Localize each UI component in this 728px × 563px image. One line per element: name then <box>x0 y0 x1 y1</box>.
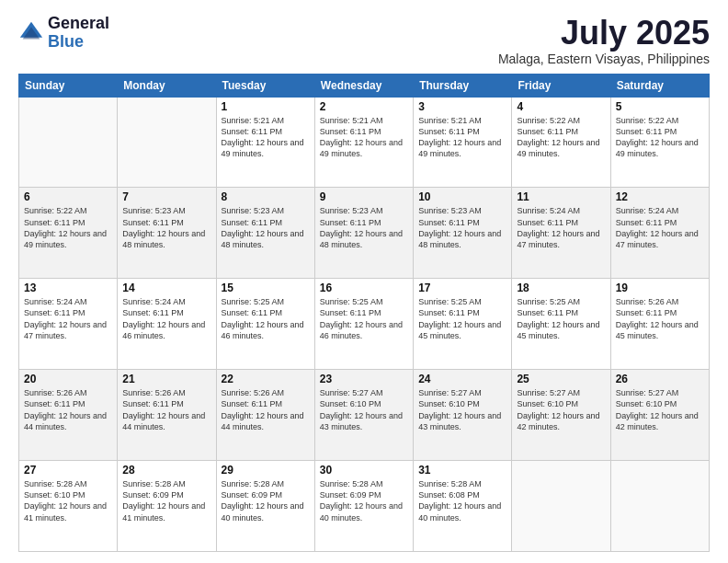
day-cell <box>118 97 216 188</box>
day-number: 22 <box>222 373 310 385</box>
day-number: 24 <box>418 373 506 385</box>
col-header-tuesday: Tuesday <box>216 74 314 97</box>
day-info: Sunrise: 5:26 AMSunset: 6:11 PMDaylight:… <box>122 387 210 432</box>
day-info: Sunrise: 5:27 AMSunset: 6:10 PMDaylight:… <box>418 387 506 432</box>
day-number: 29 <box>222 464 310 477</box>
day-cell: 29Sunrise: 5:28 AMSunset: 6:09 PMDayligh… <box>216 461 314 552</box>
day-cell: 22Sunrise: 5:26 AMSunset: 6:11 PMDayligh… <box>216 370 314 461</box>
day-info: Sunrise: 5:21 AMSunset: 6:11 PMDaylight:… <box>418 115 506 160</box>
col-header-monday: Monday <box>118 74 216 97</box>
day-info: Sunrise: 5:26 AMSunset: 6:11 PMDaylight:… <box>222 387 310 432</box>
day-cell: 9Sunrise: 5:23 AMSunset: 6:11 PMDaylight… <box>314 188 413 279</box>
day-cell: 15Sunrise: 5:25 AMSunset: 6:11 PMDayligh… <box>216 279 314 370</box>
day-number: 23 <box>320 373 408 385</box>
day-cell <box>512 461 610 552</box>
day-info: Sunrise: 5:22 AMSunset: 6:11 PMDaylight:… <box>517 115 605 160</box>
logo-text: General Blue <box>48 15 109 52</box>
day-cell: 18Sunrise: 5:25 AMSunset: 6:11 PMDayligh… <box>512 279 610 370</box>
calendar-title: July 2025 <box>498 15 710 52</box>
day-number: 30 <box>320 464 408 477</box>
day-cell: 5Sunrise: 5:22 AMSunset: 6:11 PMDaylight… <box>610 97 709 188</box>
day-info: Sunrise: 5:28 AMSunset: 6:10 PMDaylight:… <box>24 478 112 523</box>
day-number: 20 <box>24 373 112 385</box>
day-info: Sunrise: 5:28 AMSunset: 6:09 PMDaylight:… <box>122 478 210 523</box>
day-info: Sunrise: 5:28 AMSunset: 6:09 PMDaylight:… <box>222 478 310 523</box>
col-header-sunday: Sunday <box>19 74 118 97</box>
day-number: 9 <box>320 190 408 203</box>
day-cell: 12Sunrise: 5:24 AMSunset: 6:11 PMDayligh… <box>610 188 709 279</box>
day-number: 28 <box>122 464 210 477</box>
day-cell: 11Sunrise: 5:24 AMSunset: 6:11 PMDayligh… <box>512 188 610 279</box>
day-number: 25 <box>517 373 605 385</box>
day-number: 7 <box>122 190 210 203</box>
day-info: Sunrise: 5:23 AMSunset: 6:11 PMDaylight:… <box>222 205 310 250</box>
day-number: 10 <box>418 190 506 203</box>
day-info: Sunrise: 5:24 AMSunset: 6:11 PMDaylight:… <box>122 296 210 341</box>
day-number: 6 <box>24 190 112 203</box>
day-cell <box>610 461 709 552</box>
day-info: Sunrise: 5:25 AMSunset: 6:11 PMDaylight:… <box>320 296 408 341</box>
day-number: 21 <box>122 373 210 385</box>
day-number: 17 <box>418 282 506 294</box>
week-row-1: 1Sunrise: 5:21 AMSunset: 6:11 PMDaylight… <box>19 97 710 188</box>
day-cell: 3Sunrise: 5:21 AMSunset: 6:11 PMDaylight… <box>414 97 512 188</box>
day-cell: 31Sunrise: 5:28 AMSunset: 6:08 PMDayligh… <box>414 461 512 552</box>
day-number: 11 <box>517 190 605 203</box>
day-number: 1 <box>222 100 310 113</box>
day-cell: 25Sunrise: 5:27 AMSunset: 6:10 PMDayligh… <box>512 370 610 461</box>
day-info: Sunrise: 5:27 AMSunset: 6:10 PMDaylight:… <box>320 387 408 432</box>
day-info: Sunrise: 5:28 AMSunset: 6:09 PMDaylight:… <box>320 478 408 523</box>
day-cell: 1Sunrise: 5:21 AMSunset: 6:11 PMDaylight… <box>216 97 314 188</box>
day-number: 18 <box>517 282 605 294</box>
day-number: 13 <box>24 282 112 294</box>
day-cell: 20Sunrise: 5:26 AMSunset: 6:11 PMDayligh… <box>19 370 118 461</box>
day-cell: 26Sunrise: 5:27 AMSunset: 6:10 PMDayligh… <box>610 370 709 461</box>
day-number: 27 <box>24 464 112 477</box>
week-row-4: 20Sunrise: 5:26 AMSunset: 6:11 PMDayligh… <box>19 370 710 461</box>
day-info: Sunrise: 5:27 AMSunset: 6:10 PMDaylight:… <box>616 387 704 432</box>
day-cell: 4Sunrise: 5:22 AMSunset: 6:11 PMDaylight… <box>512 97 610 188</box>
title-block: July 2025 Malaga, Eastern Visayas, Phili… <box>498 15 710 66</box>
calendar-subtitle: Malaga, Eastern Visayas, Philippines <box>498 52 710 66</box>
day-number: 26 <box>616 373 704 385</box>
day-info: Sunrise: 5:25 AMSunset: 6:11 PMDaylight:… <box>517 296 605 341</box>
day-cell: 21Sunrise: 5:26 AMSunset: 6:11 PMDayligh… <box>118 370 216 461</box>
day-cell: 2Sunrise: 5:21 AMSunset: 6:11 PMDaylight… <box>314 97 413 188</box>
day-info: Sunrise: 5:23 AMSunset: 6:11 PMDaylight:… <box>418 205 506 250</box>
day-cell: 17Sunrise: 5:25 AMSunset: 6:11 PMDayligh… <box>414 279 512 370</box>
week-row-3: 13Sunrise: 5:24 AMSunset: 6:11 PMDayligh… <box>19 279 710 370</box>
day-info: Sunrise: 5:21 AMSunset: 6:11 PMDaylight:… <box>222 115 310 160</box>
day-cell: 23Sunrise: 5:27 AMSunset: 6:10 PMDayligh… <box>314 370 413 461</box>
day-info: Sunrise: 5:21 AMSunset: 6:11 PMDaylight:… <box>320 115 408 160</box>
week-row-5: 27Sunrise: 5:28 AMSunset: 6:10 PMDayligh… <box>19 461 710 552</box>
day-number: 8 <box>222 190 310 203</box>
day-cell: 28Sunrise: 5:28 AMSunset: 6:09 PMDayligh… <box>118 461 216 552</box>
day-cell <box>19 97 118 188</box>
col-header-saturday: Saturday <box>610 74 709 97</box>
day-cell: 30Sunrise: 5:28 AMSunset: 6:09 PMDayligh… <box>314 461 413 552</box>
day-cell: 24Sunrise: 5:27 AMSunset: 6:10 PMDayligh… <box>414 370 512 461</box>
calendar-table: SundayMondayTuesdayWednesdayThursdayFrid… <box>18 74 710 552</box>
day-number: 14 <box>122 282 210 294</box>
col-header-friday: Friday <box>512 74 610 97</box>
day-info: Sunrise: 5:26 AMSunset: 6:11 PMDaylight:… <box>24 387 112 432</box>
day-cell: 27Sunrise: 5:28 AMSunset: 6:10 PMDayligh… <box>19 461 118 552</box>
col-header-thursday: Thursday <box>414 74 512 97</box>
day-cell: 13Sunrise: 5:24 AMSunset: 6:11 PMDayligh… <box>19 279 118 370</box>
day-info: Sunrise: 5:24 AMSunset: 6:11 PMDaylight:… <box>616 205 704 250</box>
day-info: Sunrise: 5:27 AMSunset: 6:10 PMDaylight:… <box>517 387 605 432</box>
day-number: 12 <box>616 190 704 203</box>
day-info: Sunrise: 5:26 AMSunset: 6:11 PMDaylight:… <box>616 296 704 341</box>
day-number: 4 <box>517 100 605 113</box>
day-info: Sunrise: 5:23 AMSunset: 6:11 PMDaylight:… <box>320 205 408 250</box>
day-cell: 10Sunrise: 5:23 AMSunset: 6:11 PMDayligh… <box>414 188 512 279</box>
day-info: Sunrise: 5:22 AMSunset: 6:11 PMDaylight:… <box>616 115 704 160</box>
header: General Blue July 2025 Malaga, Eastern V… <box>18 15 710 66</box>
week-row-2: 6Sunrise: 5:22 AMSunset: 6:11 PMDaylight… <box>19 188 710 279</box>
day-cell: 14Sunrise: 5:24 AMSunset: 6:11 PMDayligh… <box>118 279 216 370</box>
logo-icon <box>18 20 44 46</box>
day-info: Sunrise: 5:28 AMSunset: 6:08 PMDaylight:… <box>418 478 506 523</box>
day-info: Sunrise: 5:24 AMSunset: 6:11 PMDaylight:… <box>517 205 605 250</box>
page: General Blue July 2025 Malaga, Eastern V… <box>0 0 728 563</box>
day-number: 16 <box>320 282 408 294</box>
